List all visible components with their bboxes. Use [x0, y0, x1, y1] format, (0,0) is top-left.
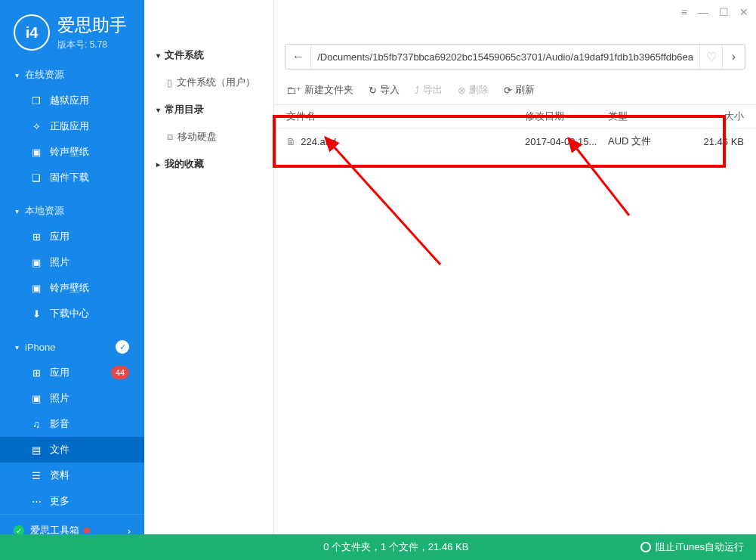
chevron-down-icon: ▾: [15, 207, 19, 215]
chevron-down-icon: ▾: [156, 106, 160, 114]
new-folder-button[interactable]: 🗀⁺新建文件夹: [286, 83, 353, 97]
nav-genuine-apps[interactable]: ✧正版应用: [0, 113, 144, 139]
film-icon: ▣: [30, 146, 42, 158]
svg-line-1: [326, 138, 440, 265]
film-icon: ▣: [30, 282, 42, 294]
status-text: 0 个文件夹，1 个文件，21.46 KB: [151, 540, 640, 554]
cube-icon: ❒: [30, 94, 42, 107]
nav-ringtones-wallpapers[interactable]: ▣铃声壁纸: [0, 139, 144, 165]
image-icon: ▣: [30, 256, 42, 268]
logo-area: i4 爱思助手 版本号: 5.78: [0, 0, 144, 62]
music-icon: ♫: [30, 418, 42, 430]
nav-jailbreak-apps[interactable]: ❒越狱应用: [0, 88, 144, 113]
import-icon: ↻: [369, 85, 377, 96]
maximize-button[interactable]: ☐: [719, 6, 729, 18]
status-right-label: 阻止iTunes自动运行: [656, 540, 744, 554]
app-name: 爱思助手: [57, 14, 127, 37]
apps-icon: ⊞: [30, 367, 42, 379]
list-icon: ☰: [30, 469, 42, 481]
chevron-right-icon: ▸: [156, 160, 160, 169]
table-row[interactable]: 🗎224.aud 2017-04-08 15... AUD 文件 21.46 K…: [274, 128, 756, 154]
table-header: 文件名 修改日期 类型 大小: [274, 105, 756, 128]
favorite-button[interactable]: ♡: [699, 45, 722, 69]
apps-icon: ⊞: [30, 230, 42, 243]
sidebar: i4 爱思助手 版本号: 5.78 ▾ 在线资源 ❒越狱应用 ✧正版应用 ▣铃声…: [0, 0, 144, 534]
file-size: 21.46 KB: [683, 136, 744, 147]
back-button[interactable]: ←: [285, 45, 311, 69]
section-label: 在线资源: [25, 68, 64, 82]
nav-download-center[interactable]: ⬇下载中心: [0, 301, 144, 326]
nav-item-label: 越狱应用: [50, 94, 89, 107]
itunes-block-toggle[interactable]: 阻止iTunes自动运行: [640, 540, 756, 554]
tree-label: 文件系统（用户）: [177, 76, 255, 89]
badge: 44: [111, 366, 129, 379]
import-button[interactable]: ↻导入: [369, 83, 400, 97]
check-icon: ✓: [116, 340, 129, 354]
file-icon: 🗎: [286, 136, 296, 147]
file-icon: ▤: [30, 444, 42, 456]
share-icon: ✧: [30, 120, 42, 132]
col-type-header[interactable]: 类型: [608, 110, 683, 123]
nav-firmware[interactable]: ❏固件下载: [0, 165, 144, 190]
delete-icon: ⊗: [458, 85, 466, 96]
nav-local-ringtones[interactable]: ▣铃声壁纸: [0, 275, 144, 301]
nav-iphone-photos[interactable]: ▣照片: [0, 385, 144, 411]
toolbox-label: 爱思工具箱: [30, 524, 79, 534]
menu-icon[interactable]: ≡: [681, 6, 687, 18]
section-online-resources[interactable]: ▾ 在线资源: [0, 62, 144, 88]
window-controls: ≡ — ☐ ✕: [681, 6, 748, 18]
nav-item-label: 文件: [50, 443, 69, 456]
tool-label: 导入: [380, 83, 400, 97]
nav-iphone-info[interactable]: ☰资料: [0, 463, 144, 488]
status-bar: 0 个文件夹，1 个文件，21.46 KB 阻止iTunes自动运行: [0, 534, 756, 560]
refresh-icon: ⟳: [504, 85, 512, 96]
section-label: iPhone: [25, 342, 55, 353]
nav-item-label: 应用: [50, 230, 69, 243]
content-area: ≡ — ☐ ✕ ← /Documents/1b5fb737bbca69202bc…: [274, 0, 756, 534]
app-version: 版本号: 5.78: [57, 39, 127, 51]
file-type: AUD 文件: [608, 135, 683, 148]
nav-item-label: 正版应用: [50, 119, 89, 133]
section-local-resources[interactable]: ▾ 本地资源: [0, 198, 144, 224]
close-button[interactable]: ✕: [739, 6, 748, 18]
refresh-button[interactable]: ⟳刷新: [504, 83, 535, 97]
tree-favorites[interactable]: ▸我的收藏: [144, 150, 273, 178]
tree-label: 常用目录: [165, 103, 204, 116]
col-size-header[interactable]: 大小: [683, 110, 744, 123]
chevron-down-icon: ▾: [15, 71, 19, 79]
section-iphone[interactable]: ▾ iPhone ✓: [0, 334, 144, 360]
nav-item-label: 下载中心: [50, 307, 89, 320]
minimize-button[interactable]: —: [698, 6, 708, 18]
nav-iphone-media[interactable]: ♫影音: [0, 411, 144, 437]
phone-icon: ▯: [167, 77, 172, 88]
delete-button[interactable]: ⊗删除: [458, 83, 489, 97]
nav-item-label: 照片: [50, 391, 69, 405]
nav-local-apps[interactable]: ⊞应用: [0, 224, 144, 249]
status-green-icon: ✓: [14, 525, 24, 534]
nav-iphone-apps[interactable]: ⊞应用44: [0, 360, 144, 385]
nav-iphone-more[interactable]: ⋯更多: [0, 488, 144, 514]
export-button[interactable]: ⤴导出: [415, 83, 443, 97]
export-icon: ⤴: [415, 85, 420, 96]
tree-filesystem-user[interactable]: ▯文件系统（用户）: [144, 70, 273, 95]
tool-label: 刷新: [515, 83, 535, 97]
tree-removable-disk[interactable]: ⧈移动硬盘: [144, 124, 273, 150]
nav-item-label: 铃声壁纸: [50, 281, 89, 295]
col-date-header[interactable]: 修改日期: [525, 110, 608, 123]
col-name-header[interactable]: 文件名: [286, 110, 525, 123]
tree-filesystem[interactable]: ▾文件系统: [144, 41, 273, 70]
nav-iphone-files[interactable]: ▤文件: [0, 437, 144, 463]
tree-panel: ▾文件系统 ▯文件系统（用户） ▾常用目录 ⧈移动硬盘 ▸我的收藏: [144, 0, 274, 534]
toolbar: 🗀⁺新建文件夹 ↻导入 ⤴导出 ⊗删除 ⟳刷新: [274, 76, 756, 105]
nav-local-photos[interactable]: ▣照片: [0, 249, 144, 275]
image-icon: ▣: [30, 392, 42, 404]
nav-item-label: 照片: [50, 255, 69, 269]
tree-common-dirs[interactable]: ▾常用目录: [144, 95, 273, 124]
path-input[interactable]: /Documents/1b5fb737bbca69202bc15459065c3…: [311, 51, 699, 63]
toolbox-bar[interactable]: ✓ 爱思工具箱 ›: [0, 514, 144, 534]
folder-plus-icon: 🗀⁺: [286, 85, 301, 96]
forward-button[interactable]: ›: [722, 45, 745, 69]
circle-icon: [640, 542, 651, 552]
app-logo-icon: i4: [14, 14, 50, 51]
nav-item-label: 影音: [50, 417, 69, 431]
